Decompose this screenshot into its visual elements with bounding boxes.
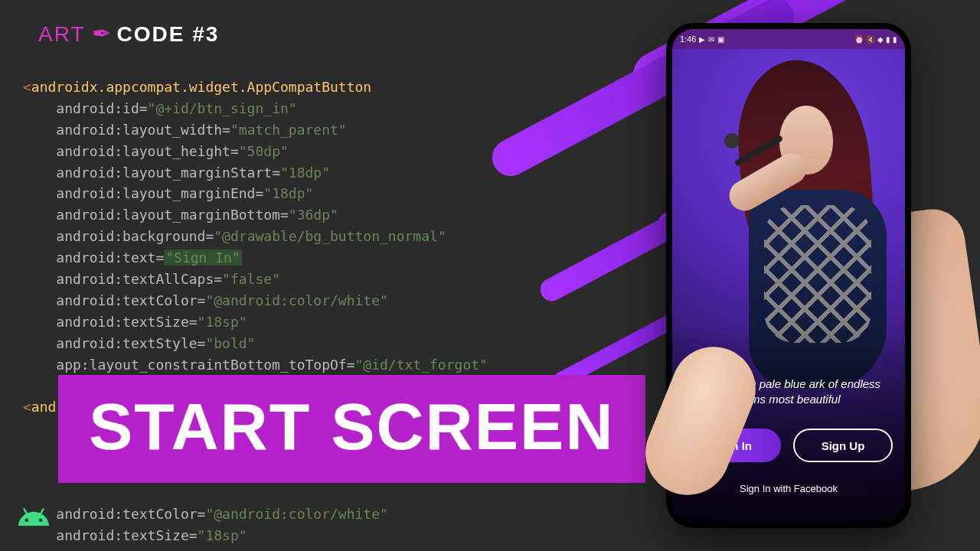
phone-mockup: 1:46 ▶ ✉ ▣ ⏰ 🔇 ◆ ▮ ▮ xyxy=(651,23,957,543)
status-time: 1:46 xyxy=(680,34,696,44)
title-banner: START SCREEN xyxy=(58,375,645,483)
logo-art: ART xyxy=(38,22,86,47)
facebook-link[interactable]: Sign In with Facebook xyxy=(672,483,905,494)
signal-icon: ▮ xyxy=(886,35,890,44)
alarm-icon: ⏰ xyxy=(854,35,864,44)
mute-icon: 🔇 xyxy=(866,35,875,44)
android-icon xyxy=(17,500,51,534)
pen-icon: ✒ xyxy=(92,20,111,47)
battery-icon: ▮ xyxy=(893,35,897,44)
notif-icon: ▣ xyxy=(717,35,724,44)
phone-screen: 1:46 ▶ ✉ ▣ ⏰ 🔇 ◆ ▮ ▮ xyxy=(672,29,905,522)
sign-in-button[interactable]: Sign In xyxy=(684,429,781,462)
status-bar: 1:46 ▶ ✉ ▣ ⏰ 🔇 ◆ ▮ ▮ xyxy=(672,29,905,49)
banner-title: START SCREEN xyxy=(89,389,615,465)
youtube-icon: ▶ xyxy=(699,35,705,44)
brand-logo: ART ✒ CODE #3 xyxy=(38,20,219,47)
hero-image xyxy=(695,60,887,350)
auth-buttons: Sign In Sign Up xyxy=(684,429,893,462)
sign-up-button[interactable]: Sign Up xyxy=(793,429,893,462)
wifi-icon: ◆ xyxy=(877,35,884,44)
phone-frame: 1:46 ▶ ✉ ▣ ⏰ 🔇 ◆ ▮ ▮ xyxy=(666,23,911,528)
tagline-text: Our floating pale blue ark of endless fo… xyxy=(684,377,893,408)
notif-icon: ✉ xyxy=(708,35,714,44)
logo-code: CODE #3 xyxy=(117,22,220,47)
